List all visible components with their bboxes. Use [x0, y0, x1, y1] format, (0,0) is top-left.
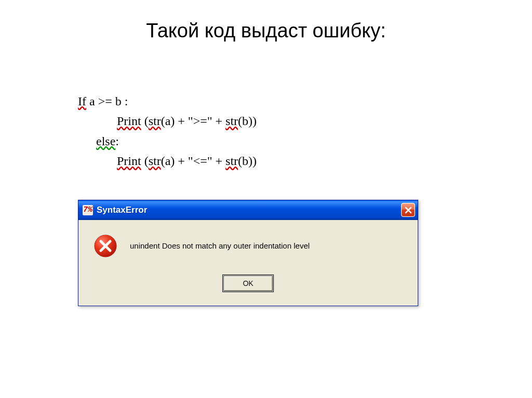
titlebar-icon: 7% [83, 205, 93, 215]
dialog-title: SyntaxError [97, 205, 401, 215]
slide-title: Такой код выдаст ошибку: [0, 20, 532, 42]
close-icon [405, 207, 412, 214]
error-message: unindent Does not match any outer indent… [130, 241, 310, 250]
code-line-3: else: [96, 131, 532, 151]
code-line-4: Print (str(a) + "<=" + str(b)) [117, 151, 532, 171]
close-button[interactable] [401, 203, 415, 217]
code-line-1: If a >= b : [78, 91, 532, 111]
dialog-body: unindent Does not match any outer indent… [78, 220, 418, 306]
dialog-titlebar[interactable]: 7% SyntaxError [78, 200, 418, 220]
error-icon [94, 235, 117, 257]
ok-button[interactable]: OK [223, 276, 273, 291]
code-line-2: Print (str(a) + ">=" + str(b)) [117, 111, 532, 131]
error-dialog: 7% SyntaxError [78, 200, 418, 306]
code-block: If a >= b : Print (str(a) + ">=" + str(b… [78, 91, 532, 171]
